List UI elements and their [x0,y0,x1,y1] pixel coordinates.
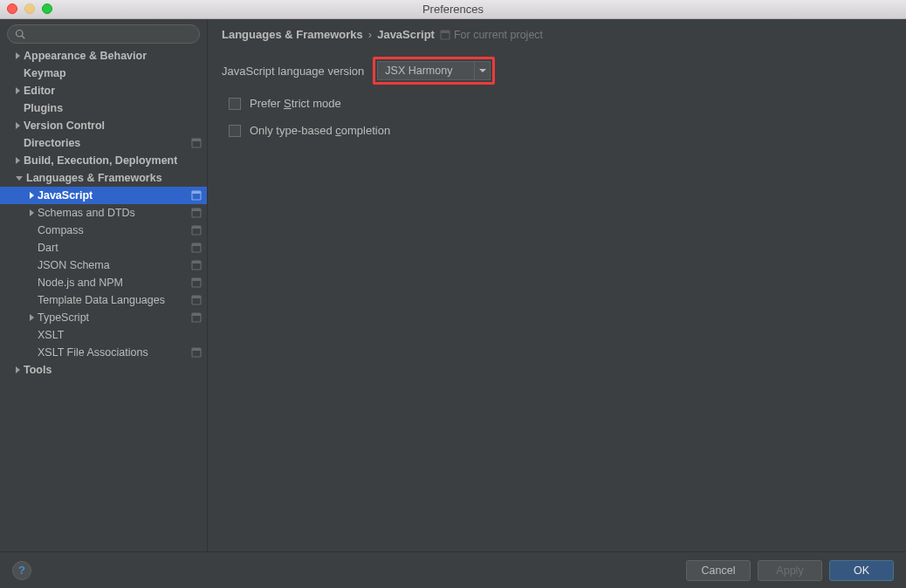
project-scope-hint: For current project [440,29,543,41]
project-scope-icon [191,243,202,253]
svg-rect-9 [192,226,201,229]
ok-button[interactable]: OK [829,560,894,581]
tree-item[interactable]: Directories [0,134,207,152]
project-scope-icon [191,347,202,358]
tree-item[interactable]: XSLT File Associations [0,344,207,361]
apply-button[interactable]: Apply [758,560,822,581]
tree-item[interactable]: Template Data Languages [0,291,207,309]
arrow-placeholder [16,105,20,112]
arrow-placeholder [30,332,34,338]
tree-item-label: Dart [38,242,58,254]
chevron-right-icon[interactable] [30,209,34,216]
lang-version-label: JavaScript language version [222,65,364,78]
project-scope-icon [191,225,202,236]
tree-item-label: Compass [38,224,84,236]
arrow-placeholder [30,227,34,234]
project-scope-icon [191,208,202,218]
svg-rect-23 [441,31,450,33]
svg-rect-19 [192,313,201,316]
tree-item-label: Template Data Languages [38,294,165,306]
svg-rect-21 [192,348,201,351]
arrow-placeholder [30,279,34,286]
tree-item[interactable]: Version Control [0,117,207,134]
tree-item[interactable]: Tools [0,361,207,379]
tree-item-label: Keymap [24,67,66,79]
tree-item-label: Version Control [24,120,105,132]
zoom-window-button[interactable] [42,3,52,14]
search-icon [15,29,25,39]
tree-item-label: Schemas and DTDs [38,207,135,219]
chevron-right-icon[interactable] [30,314,34,321]
project-scope-icon [440,30,450,40]
tree-item-label: Appearance & Behavior [24,50,147,62]
chevron-right-icon[interactable] [16,157,20,164]
search-input[interactable] [29,28,192,40]
tree-item[interactable]: Plugins [0,99,207,117]
project-scope-icon [191,260,202,270]
dialog-footer: ? Cancel Apply OK [0,551,906,588]
tree-item-label: Directories [24,137,80,149]
svg-rect-5 [192,191,201,194]
minimize-window-button[interactable] [24,3,35,14]
tree-item-label: Editor [24,85,55,97]
project-scope-icon [191,277,202,288]
tree-item[interactable]: Editor [0,82,207,99]
svg-point-0 [17,31,24,38]
help-button[interactable]: ? [12,561,31,580]
chevron-right-icon[interactable] [30,192,34,199]
tree-item[interactable]: Appearance & Behavior [0,47,207,65]
chevron-right-icon[interactable] [16,87,20,94]
tree-item[interactable]: TypeScript [0,309,207,326]
tree-item[interactable]: Compass [0,222,207,239]
cancel-button[interactable]: Cancel [686,560,751,581]
tree-item[interactable]: Node.js and NPM [0,274,207,291]
svg-rect-11 [192,243,201,246]
only-type-completion-row[interactable]: Only type-based completion [229,124,892,137]
arrow-placeholder [30,349,34,356]
prefer-strict-row[interactable]: Prefer Strict mode [229,97,892,110]
lang-version-dropdown[interactable]: JSX Harmony [377,61,491,80]
breadcrumb-separator: › [368,28,372,41]
tree-item[interactable]: JavaScript [0,187,207,204]
tree-item[interactable]: Keymap [0,65,207,82]
window-controls [7,3,52,14]
chevron-down-icon[interactable] [16,176,23,181]
tree-item-label: TypeScript [38,311,89,324]
tree-item-label: JSON Schema [38,259,110,271]
preferences-main-panel: Languages & Frameworks › JavaScript For … [208,19,906,551]
svg-rect-15 [192,278,201,281]
tree-item[interactable]: Languages & Frameworks [0,169,207,187]
tree-item-label: Languages & Frameworks [26,172,162,184]
arrow-placeholder [30,297,34,304]
tree-item-label: XSLT File Associations [38,346,148,359]
tree-item[interactable]: Schemas and DTDs [0,204,207,222]
tree-item-label: Node.js and NPM [38,277,123,289]
titlebar: Preferences [0,0,906,19]
arrow-placeholder [30,262,34,269]
svg-rect-13 [192,261,201,263]
breadcrumb: Languages & Frameworks › JavaScript For … [222,28,892,41]
tree-item[interactable]: JSON Schema [0,256,207,274]
search-box[interactable] [7,24,200,44]
preferences-tree: Appearance & BehaviorKeymapEditorPlugins… [0,47,207,551]
chevron-right-icon[interactable] [16,52,20,59]
project-scope-icon [191,295,202,305]
svg-rect-7 [192,209,201,211]
project-scope-icon [191,190,202,201]
only-type-completion-label: Only type-based completion [250,124,390,137]
only-type-completion-checkbox[interactable] [229,125,241,137]
tree-item-label: Build, Execution, Deployment [24,154,177,167]
chevron-right-icon[interactable] [16,122,20,129]
prefer-strict-label: Prefer Strict mode [250,97,341,110]
arrow-placeholder [30,244,34,251]
tree-item[interactable]: Build, Execution, Deployment [0,152,207,169]
tree-item-label: Tools [24,364,51,376]
prefer-strict-checkbox[interactable] [229,98,241,110]
dropdown-toggle-button[interactable] [474,62,490,79]
chevron-right-icon[interactable] [16,366,20,373]
chevron-down-icon [479,69,486,72]
tree-item[interactable]: XSLT [0,326,207,344]
tree-item[interactable]: Dart [0,239,207,256]
close-window-button[interactable] [7,3,17,14]
preferences-sidebar: Appearance & BehaviorKeymapEditorPlugins… [0,19,208,551]
